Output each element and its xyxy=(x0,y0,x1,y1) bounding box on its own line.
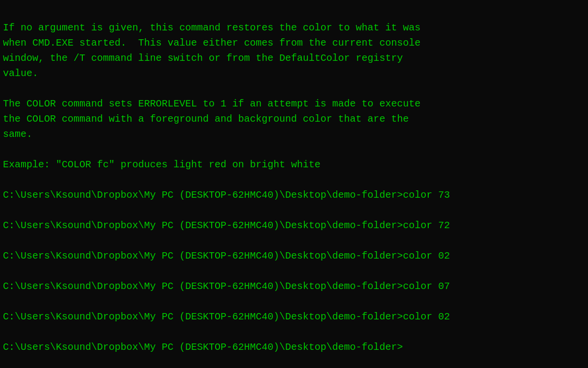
terminal-line: The COLOR command sets ERRORLEVEL to 1 i… xyxy=(3,96,585,111)
blank-line xyxy=(3,203,585,218)
terminal-line: the COLOR command with a foreground and … xyxy=(3,111,585,127)
terminal-line: If no argument is given, this command re… xyxy=(3,20,585,35)
blank-line xyxy=(3,172,585,187)
terminal-line: value. xyxy=(3,66,585,81)
blank-line xyxy=(3,81,585,96)
terminal-line: window, the /T command line switch or fr… xyxy=(3,51,585,66)
blank-line xyxy=(3,142,585,157)
terminal-line: same. xyxy=(3,127,585,142)
blank-line xyxy=(3,324,585,340)
terminal-line: C:\Users\Ksound\Dropbox\My PC (DESKTOP-6… xyxy=(3,309,585,324)
terminal-line: C:\Users\Ksound\Dropbox\My PC (DESKTOP-6… xyxy=(3,279,585,294)
terminal-line: Example: "COLOR fc" produces light red o… xyxy=(3,157,585,172)
terminal-line: C:\Users\Ksound\Dropbox\My PC (DESKTOP-6… xyxy=(3,218,585,233)
terminal-line: when CMD.EXE started. This value either … xyxy=(3,35,585,51)
terminal-line: C:\Users\Ksound\Dropbox\My PC (DESKTOP-6… xyxy=(3,187,585,203)
blank-line xyxy=(3,233,585,248)
blank-line xyxy=(3,294,585,309)
terminal-line: C:\Users\Ksound\Dropbox\My PC (DESKTOP-6… xyxy=(3,248,585,263)
terminal-window: If no argument is given, this command re… xyxy=(3,5,585,355)
blank-line xyxy=(3,263,585,279)
terminal-line: C:\Users\Ksound\Dropbox\My PC (DESKTOP-6… xyxy=(3,340,585,355)
